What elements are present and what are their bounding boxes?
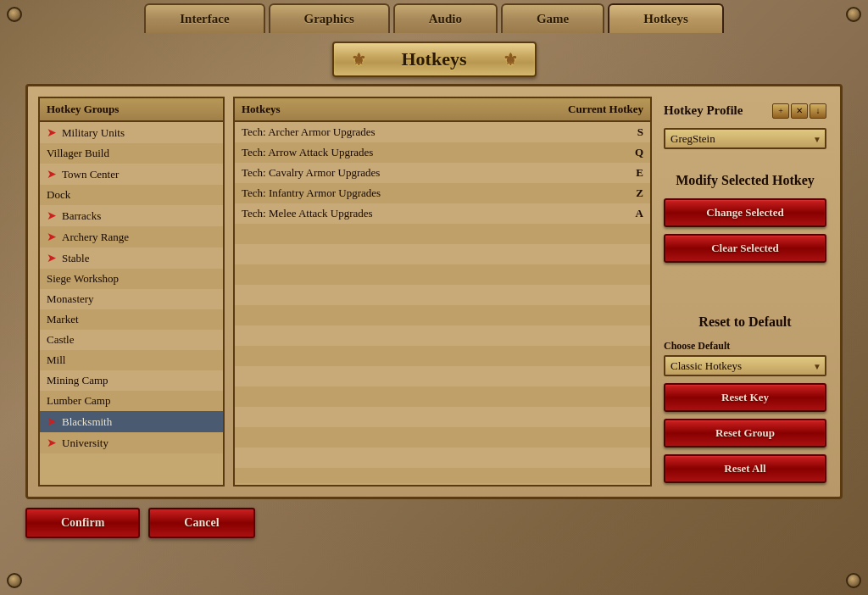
tab-interface[interactable]: Interface	[144, 3, 264, 33]
hotkey-key: S	[626, 125, 643, 139]
arrow-indicator: ➤	[47, 167, 57, 181]
hotkey-item-empty	[235, 407, 650, 427]
profile-select[interactable]: GregStein	[664, 128, 826, 149]
arrow-indicator: ➤	[47, 209, 57, 223]
hotkey-action: Tech: Cavalry Armor Upgrades	[242, 166, 380, 180]
group-item-label: Dock	[47, 188, 70, 202]
group-item[interactable]: Lumber Camp	[40, 391, 223, 411]
clear-selected-button[interactable]: Clear Selected	[664, 234, 826, 263]
hotkey-action: Tech: Melee Attack Upgrades	[242, 207, 373, 220]
group-item-label: Siege Workshop	[47, 272, 119, 286]
reset-group-button[interactable]: Reset Group	[664, 419, 826, 448]
hotkey-item[interactable]: Tech: Archer Armor UpgradesS	[235, 122, 650, 142]
reset-key-button[interactable]: Reset Key	[664, 383, 826, 412]
bottom-bar: Confirm Cancel	[0, 499, 868, 547]
group-item[interactable]: Market	[40, 309, 223, 330]
group-item[interactable]: ➤Barracks	[40, 205, 223, 226]
main-content: Hotkey Groups ➤Military UnitsVillager Bu…	[25, 84, 843, 499]
hotkey-item[interactable]: Tech: Arrow Attack UpgradesQ	[235, 142, 650, 163]
profile-title: Hotkey Profile	[664, 100, 743, 121]
tab-hotkeys[interactable]: Hotkeys	[608, 3, 724, 33]
tab-graphics[interactable]: Graphics	[269, 3, 390, 33]
group-item-label: Lumber Camp	[47, 394, 110, 408]
group-item[interactable]: Siege Workshop	[40, 269, 223, 289]
modify-section-title: Modify Selected Hotkey	[664, 170, 826, 192]
group-item-label: University	[62, 437, 108, 450]
current-hotkey-col-header: Current Hotkey	[568, 103, 643, 116]
change-selected-button[interactable]: Change Selected	[664, 198, 826, 227]
profile-delete-btn[interactable]: ✕	[791, 103, 808, 119]
arrow-indicator: ➤	[47, 230, 57, 244]
confirm-button[interactable]: Confirm	[25, 508, 140, 538]
hotkey-item-empty	[235, 244, 650, 264]
group-list: ➤Military UnitsVillager Build➤Town Cente…	[40, 122, 223, 483]
group-item[interactable]: ➤Military Units	[40, 122, 223, 143]
hotkey-item-empty	[235, 305, 650, 325]
arrow-indicator: ➤	[47, 125, 57, 140]
group-item-label: Stable	[62, 252, 90, 265]
hotkey-list-header: Hotkeys Current Hotkey	[235, 98, 650, 122]
group-item-label: Castle	[47, 333, 75, 347]
hotkey-item[interactable]: Tech: Infantry Armor UpgradesZ	[235, 183, 650, 203]
hotkey-action: Tech: Infantry Armor Upgrades	[242, 186, 381, 200]
default-select[interactable]: Classic Hotkeys	[664, 355, 826, 376]
corner-screw-bl	[7, 573, 22, 588]
hotkey-action: Tech: Archer Armor Upgrades	[242, 125, 376, 139]
group-item[interactable]: Villager Build	[40, 143, 223, 164]
group-item[interactable]: ➤Stable	[40, 247, 223, 269]
group-item[interactable]: Mill	[40, 350, 223, 370]
hotkey-key: Z	[626, 186, 643, 200]
hotkey-item[interactable]: Tech: Melee Attack UpgradesA	[235, 203, 650, 224]
group-item-label: Blacksmith	[62, 415, 112, 429]
hotkey-item-empty	[235, 468, 650, 483]
group-item-label: Military Units	[62, 126, 125, 140]
reset-all-button[interactable]: Reset All	[664, 454, 826, 483]
profile-select-wrapper: GregStein	[664, 128, 826, 149]
group-item-label: Monastery	[47, 292, 94, 306]
reset-section-title: Reset to Default	[664, 311, 826, 333]
group-item-label: Villager Build	[47, 147, 109, 160]
hotkey-item[interactable]: Tech: Cavalry Armor UpgradesE	[235, 163, 650, 183]
choose-default-label: Choose Default	[664, 340, 826, 353]
arrow-indicator: ➤	[47, 414, 57, 429]
group-item[interactable]: ➤Town Center	[40, 164, 223, 185]
page-title: Hotkeys	[332, 42, 537, 77]
tab-game[interactable]: Game	[501, 3, 604, 33]
group-item[interactable]: ➤Blacksmith	[40, 411, 223, 432]
right-panel: Hotkey Profile + ✕ ↓ GregStein Modify Se…	[660, 97, 830, 487]
hotkeys-panel: Hotkeys Current Hotkey Tech: Archer Armo…	[233, 97, 652, 487]
hotkey-list: Tech: Archer Armor UpgradesSTech: Arrow …	[235, 122, 650, 483]
title-area: Hotkeys	[0, 33, 868, 84]
hotkey-item-empty	[235, 427, 650, 448]
hotkey-groups-panel: Hotkey Groups ➤Military UnitsVillager Bu…	[38, 97, 225, 487]
hotkey-item-empty	[235, 264, 650, 285]
arrow-indicator: ➤	[47, 436, 57, 450]
group-item-label: Archery Range	[62, 231, 129, 244]
group-item[interactable]: Mining Camp	[40, 370, 223, 391]
tab-audio[interactable]: Audio	[393, 3, 498, 33]
hotkey-key: E	[626, 166, 643, 180]
hotkey-item-empty	[235, 346, 650, 366]
hotkey-item-empty	[235, 366, 650, 386]
group-item[interactable]: Monastery	[40, 289, 223, 309]
group-item[interactable]: Dock	[40, 185, 223, 205]
tab-bar: InterfaceGraphicsAudioGameHotkeys	[0, 0, 868, 33]
hotkey-col-header: Hotkeys	[242, 103, 281, 116]
hotkey-action: Tech: Arrow Attack Upgrades	[242, 146, 373, 159]
hotkey-item-empty	[235, 325, 650, 346]
group-item-label: Market	[47, 313, 79, 326]
group-item[interactable]: ➤Archery Range	[40, 226, 223, 247]
group-item-label: Town Center	[62, 168, 119, 181]
profile-export-btn[interactable]: ↓	[810, 103, 826, 119]
hotkey-item-empty	[235, 285, 650, 305]
hotkey-key: A	[626, 207, 643, 220]
group-item[interactable]: ➤University	[40, 432, 223, 453]
cancel-button[interactable]: Cancel	[148, 508, 254, 538]
hotkey-groups-header: Hotkey Groups	[40, 98, 223, 122]
corner-screw-br	[846, 573, 861, 588]
group-item-label: Barracks	[62, 209, 101, 223]
group-item[interactable]: Castle	[40, 330, 223, 350]
hotkey-item-empty	[235, 224, 650, 244]
profile-add-btn[interactable]: +	[772, 103, 789, 119]
hotkey-item-empty	[235, 448, 650, 468]
